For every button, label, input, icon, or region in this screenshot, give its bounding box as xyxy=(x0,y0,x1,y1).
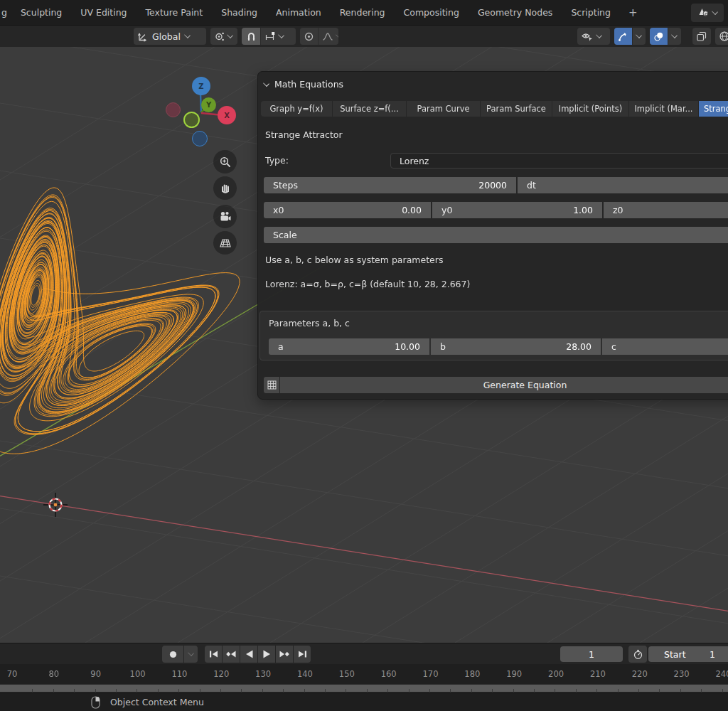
pivot-point-widget[interactable] xyxy=(210,28,237,45)
gizmo-axis-z[interactable]: Z xyxy=(192,77,210,95)
gizmo-axis-neg-y[interactable] xyxy=(183,112,200,128)
play-reverse-icon xyxy=(245,649,254,659)
previous-keyframe-button[interactable] xyxy=(223,646,240,663)
type-dropdown[interactable]: Lorenz xyxy=(390,153,728,169)
param-a-field[interactable]: a 10.00 xyxy=(269,338,429,355)
record-button[interactable] xyxy=(162,646,183,663)
next-keyframe-button[interactable] xyxy=(276,646,293,663)
grid-icon-button[interactable] xyxy=(264,377,279,393)
chevron-down-icon xyxy=(712,9,718,15)
equation-tab-2[interactable]: Surface z=f(... xyxy=(333,101,406,117)
workspace-tab-texture-paint[interactable]: Texture Paint xyxy=(136,0,213,25)
falloff-curve-icon xyxy=(322,31,333,42)
panel-title: Math Equations xyxy=(274,79,343,90)
magnifier-plus-icon xyxy=(219,156,232,169)
orientation-widget[interactable]: Global xyxy=(134,28,206,45)
note-system-parameters: Use a, b, c below as system parameters xyxy=(265,255,443,265)
show-gizmo-toggle[interactable] xyxy=(614,28,632,45)
snap-toggle[interactable] xyxy=(242,28,260,45)
prev-keyframe-icon xyxy=(225,649,237,659)
use-preview-range-widget xyxy=(628,646,647,663)
grid-icon xyxy=(267,380,277,390)
3d-cursor xyxy=(40,489,71,520)
timeline-ruler[interactable]: 7080901001101201301401501601701801902002… xyxy=(0,664,728,684)
workspace-tab-sculpting[interactable]: Sculpting xyxy=(11,0,71,25)
workspace-tab-partial[interactable]: g xyxy=(0,0,11,25)
workspace-tab-rendering[interactable]: Rendering xyxy=(331,0,395,25)
y0-field[interactable]: y0 1.00 xyxy=(432,202,602,218)
scene-selector[interactable] xyxy=(691,4,724,22)
jump-end-icon xyxy=(297,649,308,659)
camera-view-button[interactable] xyxy=(213,205,237,228)
show-overlays-toggle[interactable] xyxy=(650,28,668,45)
proportional-edit-widget xyxy=(300,28,338,45)
ortho-grid-button[interactable] xyxy=(213,231,237,255)
proportional-editing-toggle[interactable] xyxy=(300,28,318,45)
param-b-field[interactable]: b 28.00 xyxy=(431,338,601,355)
gizmo-dropdown[interactable] xyxy=(632,28,645,45)
param-c-field[interactable]: c xyxy=(602,338,728,355)
shading-wireframe-widget[interactable] xyxy=(715,28,728,45)
falloff-dropdown[interactable] xyxy=(318,28,338,45)
chevron-down-icon xyxy=(278,32,284,38)
gizmo-axis-neg-x[interactable] xyxy=(166,102,181,117)
perspective-grid-icon xyxy=(219,237,232,250)
equation-tab-3[interactable]: Param Curve xyxy=(407,101,480,117)
xray-icon xyxy=(696,31,707,42)
ruler-frame-160: 160 xyxy=(381,669,397,679)
play-button[interactable] xyxy=(258,646,275,663)
overlays-dropdown[interactable] xyxy=(668,28,680,45)
ruler-frame-70: 70 xyxy=(7,669,18,679)
chevron-down-icon xyxy=(636,32,642,38)
snap-target-dropdown[interactable] xyxy=(260,28,287,45)
gizmo-axis-y[interactable]: Y xyxy=(201,97,216,112)
x0-field[interactable]: x0 0.00 xyxy=(264,202,431,218)
auto-keying-dropdown[interactable] xyxy=(184,646,198,663)
timeline-scrollbar[interactable] xyxy=(0,684,728,693)
workspace-tab-scripting[interactable]: Scripting xyxy=(562,0,620,25)
equation-tab-7[interactable]: Strange xyxy=(699,101,728,117)
ruler-frame-220: 220 xyxy=(632,669,648,679)
orientation-label: Global xyxy=(151,31,182,42)
jump-start-icon xyxy=(208,649,219,659)
ruler-frame-140: 140 xyxy=(297,669,313,679)
gizmo-axis-neg-z[interactable] xyxy=(192,131,208,146)
movie-camera-icon xyxy=(219,210,232,223)
play-reverse-button[interactable] xyxy=(240,646,257,663)
workspace-tab-shading[interactable]: Shading xyxy=(212,0,267,25)
section-heading: Strange Attractor xyxy=(265,129,343,140)
hand-icon xyxy=(219,182,232,195)
zoom-tool-button[interactable] xyxy=(213,150,237,173)
equation-tab-1[interactable]: Graph y=f(x) xyxy=(261,101,332,117)
pan-tool-button[interactable] xyxy=(213,176,237,200)
z0-field[interactable]: z0 xyxy=(604,202,728,218)
selectability-widget[interactable] xyxy=(577,28,610,45)
workspace-tab-geometry-nodes[interactable]: Geometry Nodes xyxy=(469,0,562,25)
workspace-tab-animation[interactable]: Animation xyxy=(267,0,331,25)
dt-field[interactable]: dt xyxy=(518,177,728,193)
equation-tab-5[interactable]: Implicit (Points) xyxy=(552,101,628,117)
add-workspace-button[interactable]: + xyxy=(620,0,646,25)
generate-equation-button[interactable]: Generate Equation xyxy=(280,377,728,393)
ruler-frame-100: 100 xyxy=(130,669,146,679)
jump-to-start-button[interactable] xyxy=(205,646,222,663)
panel-header[interactable]: Math Equations xyxy=(264,77,343,90)
scale-field[interactable]: Scale xyxy=(264,227,728,243)
workspace-tab-uv-editing[interactable]: UV Editing xyxy=(71,0,136,25)
workspace-tab-compositing[interactable]: Compositing xyxy=(395,0,469,25)
steps-field[interactable]: Steps 20000 xyxy=(264,177,516,193)
equation-tab-6[interactable]: Implicit (Mar... xyxy=(629,101,698,117)
frame-start-field[interactable]: Start 1 xyxy=(648,646,728,662)
chevron-down-icon xyxy=(596,32,602,38)
gizmo-axis-x[interactable]: X xyxy=(218,106,236,124)
jump-to-end-button[interactable] xyxy=(294,646,311,663)
play-icon xyxy=(262,649,272,659)
workspace-tab-bar: g SculptingUV EditingTexture PaintShadin… xyxy=(0,0,728,26)
equation-tab-4[interactable]: Param Surface xyxy=(481,101,552,117)
preview-range-button[interactable] xyxy=(628,646,647,663)
wire-globe-icon xyxy=(719,31,728,42)
current-frame-field[interactable]: 1 xyxy=(560,646,623,662)
xray-widget[interactable] xyxy=(692,28,711,45)
playback-controls xyxy=(205,646,311,663)
ruler-frame-180: 180 xyxy=(464,669,480,679)
